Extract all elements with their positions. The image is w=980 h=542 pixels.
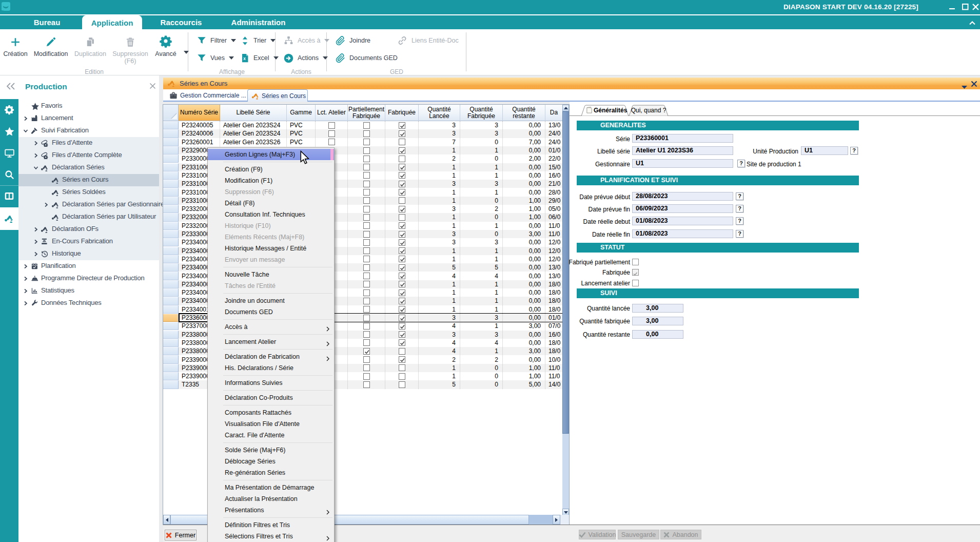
cell-fab[interactable] [385,339,419,347]
checkbox-unchecked[interactable] [399,156,405,162]
checkbox-unchecked[interactable] [363,256,370,262]
checkbox-unchecked[interactable] [363,315,370,321]
cell-qfab[interactable]: 1 [460,188,503,196]
cell-qfab[interactable]: 3 [460,180,503,188]
row-header[interactable] [163,129,179,138]
caret-down-icon[interactable] [231,39,236,42]
checkbox-unchecked[interactable] [363,306,370,313]
checkbox-checked[interactable] [399,323,405,330]
status-checkbox-unchecked[interactable] [632,259,639,265]
checkbox-unchecked[interactable] [328,130,335,137]
cell-qlan[interactable]: 3 [419,129,460,138]
cell-qfab[interactable]: 1 [460,171,503,180]
cell-fab[interactable] [385,205,419,213]
tree-item-en-cours-fabrication[interactable]: En-Cours Fabrication [18,236,159,248]
menu-item-cr-ation-f9-[interactable]: Création (F9) [208,164,334,175]
row-header[interactable] [163,205,179,213]
cell-qlan[interactable]: 1 [419,163,460,171]
checkbox-unchecked[interactable] [363,273,370,279]
row-header[interactable] [163,339,179,347]
checkbox-unchecked[interactable] [363,222,370,229]
cell-fab[interactable] [385,305,419,314]
cell-fab[interactable] [385,288,419,297]
row-header[interactable] [163,380,179,389]
cell-date[interactable]: 12/0 [545,247,563,255]
field-value[interactable]: U1 [632,159,733,168]
checkbox-unchecked[interactable] [399,139,405,145]
cell-lib[interactable]: Atelier Gen 2023S24 [220,129,287,138]
column-header-num[interactable]: Numéro Série [179,105,220,121]
checkbox-checked[interactable] [399,247,405,254]
cell-part[interactable] [348,355,385,363]
cell-gamme[interactable]: PVC [287,138,316,146]
cell-qrest[interactable]: 3,00 [503,322,545,330]
cell-num[interactable]: P23240005 [179,121,220,129]
cell-qfab[interactable]: 0 [460,197,503,205]
cell-qlan[interactable]: 1 [419,247,460,255]
column-header-date[interactable]: Da [545,105,563,121]
cell-qlan[interactable]: 1 [419,372,460,380]
cell-qfab[interactable]: 3 [460,314,503,322]
checkbox-unchecked[interactable] [399,373,405,380]
cell-date[interactable]: 24/0 [545,138,563,146]
cell-fab[interactable] [385,263,419,272]
checkbox-unchecked[interactable] [363,323,370,330]
cell-date[interactable]: 21/0 [545,180,563,188]
vertical-scroll-thumb[interactable] [562,111,569,434]
field-value[interactable]: 06/09/2023 [632,204,733,213]
cell-qlan[interactable]: 2 [419,154,460,163]
cell-part[interactable] [348,314,385,322]
column-header-qfab[interactable]: Quantité Fabriquée [460,105,503,121]
cell-fab[interactable] [385,372,419,380]
help-button[interactable]: ? [737,160,745,167]
cell-qlan[interactable]: 3 [419,331,460,339]
cell-fab[interactable] [385,171,419,180]
cell-qlan[interactable]: 4 [419,339,460,347]
status-checkbox-checked[interactable] [632,269,639,276]
cell-qrest[interactable]: 0,00 [503,222,545,230]
field-value[interactable]: Atelier U1 2023S36 [632,146,733,155]
field-value[interactable]: P23360001 [632,134,733,143]
cell-lib[interactable]: Atelier Gen 2023S26 [220,138,287,146]
cell-qlan[interactable]: 3 [419,205,460,213]
row-header[interactable] [163,121,179,129]
cell-qfab[interactable]: 0 [460,372,503,380]
field-value[interactable]: 28/08/2023 [632,192,733,201]
cell-qfab[interactable]: 0 [460,230,503,238]
menu-item-actualiser-la-pr-sentation[interactable]: Actualiser la Présentation [208,493,334,505]
row-header[interactable] [163,238,179,246]
rail-monitor-icon[interactable] [0,142,18,164]
cell-qrest[interactable]: 0,00 [503,129,545,138]
cell-qlan[interactable]: 1 [419,305,460,314]
cell-part[interactable] [348,230,385,238]
cell-part[interactable] [348,331,385,339]
cell-qrest[interactable]: 0,00 [503,272,545,280]
row-header[interactable] [163,146,179,154]
cell-fab[interactable] [385,230,419,238]
cell-fab[interactable] [385,297,419,305]
row-header[interactable] [163,347,179,355]
column-header-qlan[interactable]: Quantité Lancée [419,105,460,121]
tree-item-statistiques[interactable]: Statistiques [18,285,159,297]
cell-qrest[interactable]: 2,00 [503,154,545,163]
menu-item-joindre-un-document[interactable]: Joindre un document [208,295,334,306]
cell-qfab[interactable]: 0 [460,380,503,389]
scroll-left-button[interactable] [163,515,170,525]
checkbox-unchecked[interactable] [363,231,370,238]
checkbox-checked[interactable] [399,331,405,338]
menu-item-historique-messages-entit-[interactable]: Historique Messages / Entité [208,243,334,254]
checkbox-checked[interactable] [399,181,405,187]
row-header[interactable] [163,263,179,272]
ribbon-button-joindre[interactable]: Joindre [335,35,370,46]
column-header-lib[interactable]: Libellé Série [220,105,287,121]
ribbon-button-modification[interactable]: Modification [29,33,72,57]
tree-item-historique[interactable]: Historique [18,248,159,260]
vertical-scrollbar[interactable] [562,105,569,516]
checkbox-unchecked[interactable] [363,331,370,338]
row-header[interactable] [163,372,179,380]
rail-helm-icon[interactable] [0,99,18,121]
cell-qrest[interactable]: 0,00 [503,146,545,154]
checkbox-unchecked[interactable] [363,130,370,137]
row-header[interactable] [163,355,179,363]
menu-item-d-blocage-s-ries[interactable]: Déblocage Séries [208,456,334,467]
